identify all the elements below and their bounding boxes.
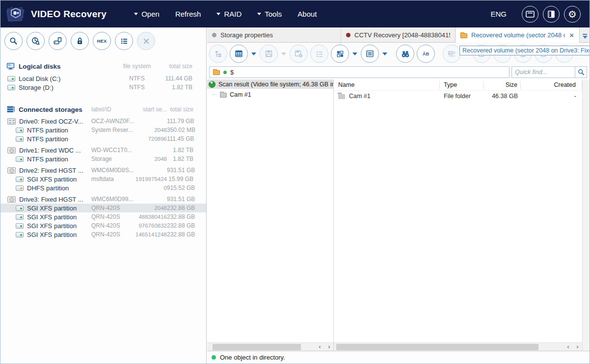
column-header-name[interactable]: Name	[334, 81, 440, 89]
storage-row[interactable]: DHFS partition 0 915.52 GB	[0, 183, 206, 192]
file-row-cam1[interactable]: Cam #1 File folder 46.38 GB -	[334, 91, 582, 101]
properties-list-button[interactable]	[115, 32, 133, 50]
app-title: VIDEO Recovery	[31, 9, 107, 20]
menu-tools[interactable]: Tools	[257, 10, 282, 18]
logical-disks-header: Logical disks file system total size	[0, 61, 206, 71]
scrollbar-thumb[interactable]	[336, 344, 538, 350]
storage-row[interactable]: SGI XFS partition QRN-420S 1465141248 23…	[0, 230, 206, 239]
save-button	[260, 45, 278, 63]
storage-toolbar: HEX	[0, 27, 206, 54]
menu-open[interactable]: Open	[134, 10, 160, 18]
tab-recovered-volume[interactable]: Recovered volume (sector 2048 on Dr... ×	[455, 27, 580, 43]
storage-row[interactable]: SGI XFS partition msftdata 1919975424 15…	[0, 175, 206, 183]
storage-type-icon	[7, 147, 16, 154]
split-panel-icon	[547, 10, 555, 18]
menu-raid[interactable]: RAID	[216, 10, 241, 18]
menu-about[interactable]: About	[297, 10, 317, 18]
grid-table-dropdown[interactable]	[251, 52, 256, 55]
section-title: Logical disks	[19, 63, 61, 70]
preview-pane-icon	[448, 50, 456, 58]
main-menu: Open Refresh RAID Tools About	[134, 10, 317, 18]
storage-row[interactable]: NTFS partition 720896 111.45 GB	[0, 134, 206, 143]
folder-icon	[213, 70, 220, 75]
list-horizontal-scrollbar[interactable]: ‹ ›	[334, 342, 582, 351]
tiles-view-icon	[336, 50, 344, 58]
menu-refresh[interactable]: Refresh	[175, 10, 201, 18]
column-header-size[interactable]: Size	[484, 81, 521, 89]
split-panel-button[interactable]	[543, 6, 560, 23]
tiles-view-dropdown[interactable]	[352, 52, 357, 55]
tree-connector	[212, 94, 217, 95]
column-header-file-system: file system	[115, 63, 159, 70]
storage-row[interactable]: Drive0: Fixed OCZ-V... OCZ-AWNZ0F... 111…	[0, 117, 206, 126]
section-title: Connected storages	[19, 106, 82, 113]
save-settings-icon	[295, 50, 303, 58]
tree-structure-button	[209, 45, 227, 63]
tree-item-cam1[interactable]: Cam #1	[207, 90, 333, 99]
list-view-button[interactable]	[361, 45, 379, 63]
path-bar[interactable]: $	[209, 66, 510, 78]
open-disk-image-button[interactable]	[49, 32, 67, 50]
quick-find-button[interactable]	[575, 66, 587, 78]
red-dot-icon	[346, 33, 350, 37]
preview-pane-button	[443, 45, 461, 63]
tab-storage-properties[interactable]: Storage properties	[207, 27, 341, 42]
hex-viewer-button[interactable]: HEX	[93, 32, 111, 50]
scan-search-icon	[9, 37, 18, 45]
explorer-pane: Storage properties CCTV Recovery [2048-4…	[207, 27, 590, 364]
tree-horizontal-scrollbar[interactable]: ‹ ›	[207, 342, 334, 351]
storage-type-icon	[16, 136, 24, 142]
storage-row[interactable]: NTFS partition System Reser... 2048 350.…	[0, 126, 206, 134]
checklist-button	[310, 45, 328, 63]
column-header-created[interactable]: Created	[521, 81, 582, 89]
top-menubar: VIDEO Recovery Open Refresh RAID Tools A…	[0, 0, 590, 27]
grid-table-icon	[235, 50, 243, 58]
tab-cctv-recovery[interactable]: CCTV Recovery [2048-488380415 on Driv...	[341, 27, 455, 42]
app-logo-icon	[5, 5, 26, 24]
quick-find-input[interactable]	[511, 66, 575, 78]
disk-analysis-button[interactable]	[27, 32, 45, 50]
text-encoding-button[interactable]: ĀB	[417, 45, 435, 63]
settings-button[interactable]: ⚙	[564, 6, 581, 23]
scroll-left-arrow[interactable]: ‹	[563, 343, 573, 351]
volume-icon	[7, 85, 15, 90]
storage-row[interactable]: Drive3: Fixed HGST ... WMC6M0D99... 931.…	[0, 195, 206, 204]
tiles-view-button[interactable]	[331, 45, 349, 63]
tab-list-dropdown-icon	[583, 34, 587, 35]
scroll-right-arrow[interactable]: ›	[573, 343, 582, 351]
column-header-type[interactable]: Type	[440, 81, 484, 89]
storage-row[interactable]: SGI XFS partition QRN-420S 488380416 232…	[0, 212, 206, 221]
checklist-icon	[316, 50, 323, 58]
save-icon	[265, 50, 273, 58]
storage-type-icon	[7, 196, 16, 203]
scroll-left-arrow[interactable]: ‹	[315, 343, 324, 351]
storages-panel: HEX Logical disks file system total size…	[0, 27, 207, 364]
tab-close-icon[interactable]: ×	[569, 31, 574, 39]
decrypt-lock-button[interactable]	[71, 32, 89, 50]
scroll-right-arrow[interactable]: ›	[324, 343, 334, 351]
logical-disk-row[interactable]: Storage (D:) NTFS 1.82 TB	[0, 83, 206, 92]
scrollbar-thumb[interactable]	[213, 344, 301, 350]
vertical-scrollbar-track[interactable]	[582, 79, 590, 351]
cards-button[interactable]	[522, 6, 538, 23]
list-view-dropdown[interactable]	[382, 52, 387, 55]
tree-item-scan-result[interactable]: Scan result (Video file system; 46.38 GB…	[207, 79, 333, 89]
logical-disk-row[interactable]: Local Disk (C:) NTFS 111.44 GB	[0, 74, 206, 83]
tab-list-dropdown-button[interactable]	[580, 30, 590, 42]
storage-row[interactable]: Drive2: Fixed HGST ... WMC6M0D8S... 931.…	[0, 166, 206, 175]
text-encoding-icon: ĀB	[423, 51, 429, 56]
scan-search-button[interactable]	[4, 32, 23, 50]
storage-row[interactable]: Drive1: Fixed WDC ... WD-WCC1T0... 1.82 …	[0, 146, 206, 155]
storage-row[interactable]: NTFS partition Storage 2048 1.82 TB	[0, 155, 206, 163]
properties-list-icon	[120, 37, 128, 45]
save-dropdown	[281, 52, 286, 55]
connected-storages-header: Connected storages label/ID start se... …	[0, 104, 206, 114]
find-button[interactable]	[396, 45, 414, 63]
grid-table-button[interactable]	[230, 45, 248, 63]
storage-row[interactable]: SGI XFS partition QRN-420S 976760832 232…	[0, 221, 206, 230]
file-list-header: Name Type Size Created	[334, 79, 582, 91]
open-disk-image-icon	[54, 37, 62, 45]
storage-row[interactable]: SGI XFS partition QRN-420S 2048 232.88 G…	[0, 204, 206, 212]
language-selector[interactable]: ENG	[490, 10, 507, 18]
storage-stack-icon	[6, 105, 15, 113]
